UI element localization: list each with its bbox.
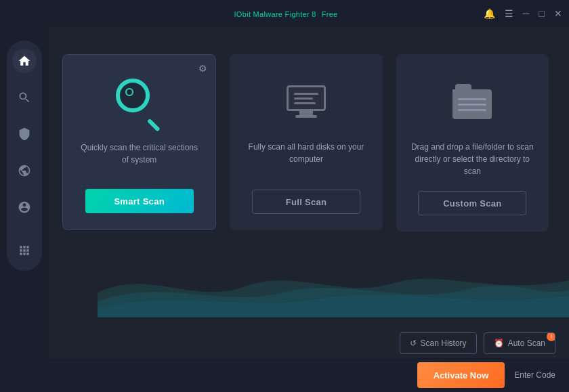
smart-scan-description: Quickly scan the critical sections of sy…: [77, 141, 202, 175]
monitor-line: [294, 102, 316, 104]
sidebar: [0, 27, 49, 392]
folder-tab: [455, 84, 471, 89]
menu-icon[interactable]: ☰: [505, 8, 513, 19]
app-title: IObit Malware Fighter 8 Free: [232, 9, 338, 19]
sidebar-pill: [7, 41, 42, 271]
smart-scan-card: ⚙ Quickly scan the critical sections of …: [62, 54, 216, 230]
custom-scan-icon: [445, 74, 499, 129]
full-scan-icon: [279, 74, 333, 129]
main-layout: ⚙ Quickly scan the critical sections of …: [0, 27, 569, 392]
clock-icon: ⏰: [494, 339, 504, 348]
history-icon: ↺: [410, 339, 417, 348]
titlebar: IObit Malware Fighter 8 Free 🔔 ☰ ─ □ ✕: [0, 0, 569, 27]
smart-scan-icon: [112, 75, 167, 129]
full-scan-description: Fully scan all hard disks on your comput…: [243, 141, 368, 176]
folder-line: [458, 98, 486, 100]
title-badge: Free: [322, 10, 338, 18]
scan-history-button[interactable]: ↺ Scan History: [400, 332, 477, 354]
monitor-screen: [287, 85, 326, 111]
sidebar-item-protect[interactable]: [12, 122, 37, 146]
title-text: IObit Malware Fighter 8: [234, 10, 316, 18]
auto-scan-button[interactable]: ⏰ Auto Scan !: [484, 332, 555, 354]
monitor-base: [295, 115, 317, 118]
smart-scan-button[interactable]: Smart Scan: [85, 189, 194, 213]
sidebar-item-tools[interactable]: [12, 195, 37, 219]
magnifier-dot: [125, 88, 133, 96]
folder-line: [458, 104, 486, 106]
monitor-line: [294, 97, 313, 100]
monitor-lines: [291, 90, 321, 107]
magnifier-handle: [147, 118, 161, 132]
sidebar-item-scan[interactable]: [12, 85, 37, 110]
activate-now-button[interactable]: Activate Now: [417, 362, 505, 388]
enter-code-link[interactable]: Enter Code: [514, 370, 555, 380]
monitor-line: [294, 93, 318, 95]
scan-history-label: Scan History: [421, 339, 467, 348]
maximize-icon[interactable]: □: [539, 8, 545, 19]
custom-scan-description: Drag and drop a file/folder to scan dire…: [410, 141, 535, 177]
magnifier-glass: [116, 79, 150, 112]
full-scan-card: Fully scan all hard disks on your comput…: [230, 54, 382, 230]
sidebar-item-apps[interactable]: [12, 238, 37, 263]
window-controls: 🔔 ☰ ─ □ ✕: [484, 0, 562, 27]
folder-body: [452, 89, 492, 119]
bell-icon[interactable]: 🔔: [484, 8, 495, 19]
content-area: ⚙ Quickly scan the critical sections of …: [49, 27, 569, 392]
custom-scan-button[interactable]: Custom Scan: [418, 191, 526, 215]
minimize-icon[interactable]: ─: [523, 8, 530, 19]
sidebar-item-network[interactable]: [12, 158, 37, 183]
bottom-bar: ↺ Scan History ⏰ Auto Scan !: [49, 328, 569, 358]
auto-scan-badge: !: [547, 332, 555, 341]
sidebar-item-home[interactable]: [12, 49, 37, 73]
custom-scan-card: Drag and drop a file/folder to scan dire…: [396, 54, 549, 232]
close-icon[interactable]: ✕: [554, 8, 562, 19]
activate-row: Activate Now Enter Code: [49, 358, 569, 392]
full-scan-button[interactable]: Full Scan: [252, 190, 360, 214]
auto-scan-label: Auto Scan: [508, 339, 545, 348]
folder-line: [458, 109, 486, 111]
card-settings-icon[interactable]: ⚙: [198, 63, 207, 74]
